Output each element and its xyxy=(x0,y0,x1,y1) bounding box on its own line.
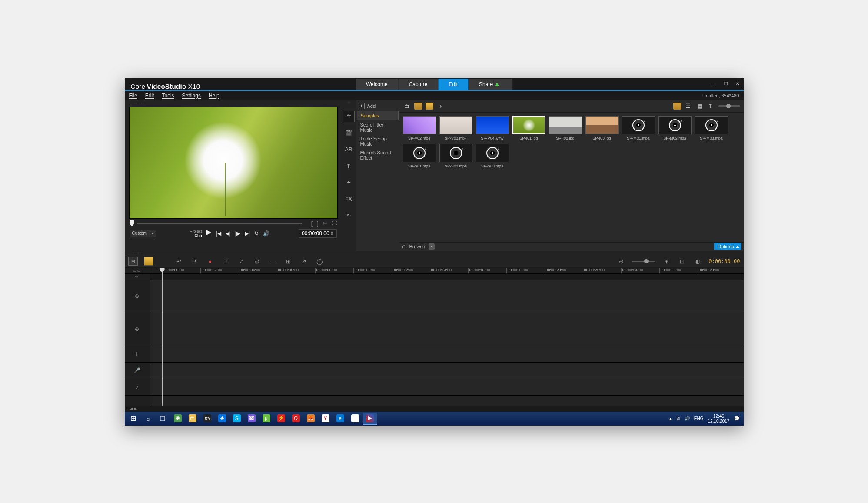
tab-share[interactable]: Share xyxy=(469,79,512,90)
view-thumb-icon[interactable] xyxy=(673,103,681,110)
timecode-display[interactable]: 00:00:00:00 ▲▼ xyxy=(299,229,336,238)
scroll-left-icon[interactable]: ◀ xyxy=(130,407,133,411)
flash-icon[interactable]: ⚡ xyxy=(274,413,288,425)
taskview-button[interactable]: ❐ xyxy=(156,413,170,425)
media-item[interactable]: SP-S03.mpa xyxy=(476,144,509,168)
multicam-button[interactable]: ⊞ xyxy=(284,257,293,266)
scroll-right-icon[interactable]: ▶ xyxy=(134,407,137,411)
preview-frame[interactable] xyxy=(129,107,338,219)
folder-icon[interactable]: 🗀 xyxy=(403,103,411,110)
preview-mode-dropdown[interactable]: Custom▾ xyxy=(130,230,156,237)
sort-icon[interactable]: ⇅ xyxy=(707,103,715,110)
step-back-button[interactable]: ◀| xyxy=(226,230,231,237)
options-button[interactable]: Options xyxy=(714,243,741,250)
instant-project-icon[interactable]: 🎬 xyxy=(343,127,355,139)
timeline-ruler[interactable]: 00:00:00:0000:00:02:0000:00:04:0000:00:0… xyxy=(150,268,744,274)
tray-language[interactable]: ENG xyxy=(694,416,704,421)
overlay-track[interactable] xyxy=(150,313,744,346)
filter-icon[interactable]: FX xyxy=(343,193,355,205)
volume-button[interactable]: 🔊 xyxy=(263,230,269,237)
category-muserk[interactable]: Muserk Sound Effect xyxy=(357,148,399,162)
media-item[interactable]: SP-I03.jpg xyxy=(585,116,619,140)
browse-label[interactable]: Browse xyxy=(409,244,426,249)
voice-track-header[interactable]: 🎤 xyxy=(125,363,150,379)
toggle-disp-icon[interactable]: +/- xyxy=(135,275,139,279)
start-button[interactable]: ⊞ xyxy=(126,413,140,425)
menu-edit[interactable]: Edit xyxy=(145,93,154,99)
transition-icon[interactable]: AB xyxy=(343,144,355,155)
app-icon-1[interactable]: ◉ xyxy=(171,413,185,425)
media-item[interactable]: SP-V03.mp4 xyxy=(439,116,472,140)
category-scorefitter[interactable]: ScoreFitter Music xyxy=(357,120,399,134)
step-fwd-button[interactable]: |▶ xyxy=(235,230,240,237)
video-track-header[interactable]: ⊛ xyxy=(125,280,150,313)
store-icon[interactable]: 🛍 xyxy=(200,413,214,425)
path-icon[interactable]: ∿ xyxy=(343,210,355,221)
close-button[interactable]: ✕ xyxy=(734,80,741,87)
media-item[interactable]: SP-S01.mpa xyxy=(403,144,436,168)
media-item[interactable]: SP-I02.jpg xyxy=(549,116,582,140)
show-audio-icon[interactable]: ♪ xyxy=(437,103,445,110)
undo-button[interactable]: ↶ xyxy=(174,257,184,266)
menu-help[interactable]: Help xyxy=(209,93,219,99)
addtrack-icon[interactable]: + xyxy=(126,407,129,411)
dropbox-icon[interactable]: ◈ xyxy=(215,413,229,425)
go-start-button[interactable]: |◀ xyxy=(216,230,221,237)
title-track[interactable] xyxy=(150,346,744,363)
media-item[interactable]: SP-M02.mpa xyxy=(658,116,692,140)
video-track[interactable] xyxy=(150,280,744,313)
category-triplescoop[interactable]: Triple Scoop Music xyxy=(357,134,399,148)
seek-marker[interactable] xyxy=(130,220,134,227)
tab-welcome[interactable]: Welcome xyxy=(356,79,399,90)
show-image-icon[interactable] xyxy=(426,103,433,110)
overlay-track-header[interactable]: ⊛ xyxy=(125,313,150,346)
zoom-out-button[interactable]: ⊖ xyxy=(616,257,626,266)
title-icon[interactable]: T xyxy=(343,160,355,172)
mark-in-icon[interactable]: [ xyxy=(311,220,313,227)
panel-grip[interactable]: ::::::::: xyxy=(126,102,340,107)
timeline-scrollbar[interactable]: + ◀ ▶ xyxy=(125,406,744,412)
marker-strip[interactable] xyxy=(150,274,744,280)
category-samples[interactable]: Samples xyxy=(357,111,399,120)
tray-volume-icon[interactable]: 🔊 xyxy=(685,416,690,421)
timeline-view-button[interactable] xyxy=(144,257,153,266)
auto-music-button[interactable]: ♫ xyxy=(237,257,246,266)
utorrent-icon[interactable]: μ xyxy=(259,413,273,425)
tray-notification-icon[interactable]: 💬 xyxy=(734,416,739,421)
motion-track-button[interactable]: ⊙ xyxy=(253,257,262,266)
edge-icon[interactable]: e xyxy=(333,413,347,425)
skype-icon[interactable]: S xyxy=(230,413,244,425)
fullscreen-icon[interactable]: ⛶ xyxy=(332,220,337,227)
project-duration-icon[interactable]: ◐ xyxy=(693,257,702,266)
media-item[interactable]: SP-M01.mpa xyxy=(622,116,655,140)
thumb-size-slider[interactable] xyxy=(718,105,740,107)
record-button[interactable]: ● xyxy=(206,257,215,266)
go-end-button[interactable]: ▶| xyxy=(245,230,250,237)
tab-edit[interactable]: Edit xyxy=(438,79,469,90)
seek-track[interactable] xyxy=(137,223,302,224)
zoom-in-button[interactable]: ⊕ xyxy=(662,257,671,266)
view-list-icon[interactable]: ☰ xyxy=(685,103,692,110)
browse-folder-icon[interactable]: 🗀 xyxy=(402,244,407,249)
menu-file[interactable]: File xyxy=(129,93,137,99)
videostudio-taskbar-icon[interactable]: ▶ xyxy=(363,413,377,425)
redo-button[interactable]: ↷ xyxy=(190,257,200,266)
graphic-icon[interactable]: ✦ xyxy=(343,177,355,188)
opera-icon[interactable]: O xyxy=(289,413,303,425)
media-item[interactable]: SP-V04.wmv xyxy=(476,116,509,140)
yandex-icon[interactable]: Y xyxy=(319,413,333,425)
menu-tools[interactable]: Tools xyxy=(162,93,174,99)
subtitle-button[interactable]: ▭ xyxy=(268,257,278,266)
panel-grip[interactable]: ::: xyxy=(347,101,350,106)
media-tab-icon[interactable]: 🗀 xyxy=(343,111,355,122)
firefox-icon[interactable]: 🦊 xyxy=(304,413,318,425)
view-grid-icon[interactable]: ▦ xyxy=(696,103,704,110)
timeremap-button[interactable]: ◯ xyxy=(315,257,325,266)
project-clip-toggle[interactable]: Project Clip xyxy=(190,229,202,238)
maximize-button[interactable]: ❐ xyxy=(722,80,730,87)
search-button[interactable]: ⌕ xyxy=(141,413,155,425)
minimize-button[interactable]: — xyxy=(710,80,718,87)
file-explorer-icon[interactable]: 🗀 xyxy=(186,413,200,425)
cut-icon[interactable]: ✂ xyxy=(323,220,327,227)
media-item[interactable]: SP-V02.mp4 xyxy=(403,116,436,140)
